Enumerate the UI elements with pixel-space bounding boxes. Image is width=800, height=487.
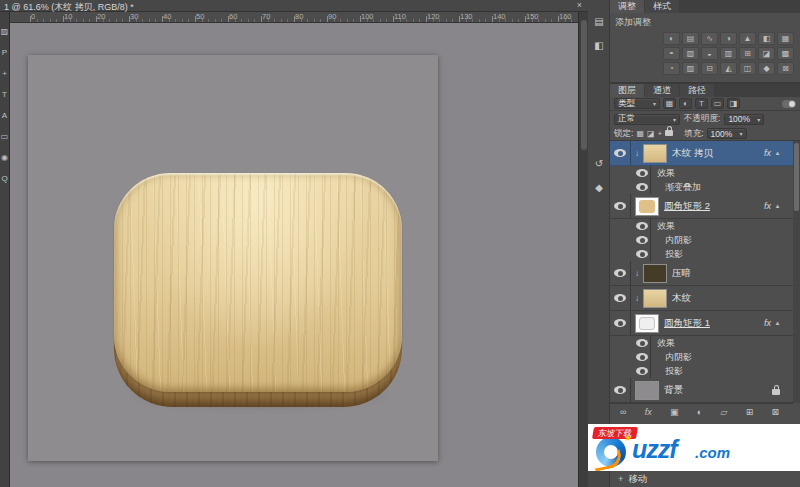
link-layers-icon[interactable]: ∞ [620,407,626,417]
new-adjustment-layer-icon[interactable]: ◐ [697,407,702,417]
filter-toggle-switch[interactable] [782,100,796,108]
shape-tool-icon[interactable]: ▭ [1,133,9,141]
effect-inner-shadow-row[interactable]: 内阴影 [610,233,793,247]
adjustment-icon[interactable]: ▤ [682,32,699,45]
tab-layers[interactable]: 图层 [610,84,644,97]
adjustment-icon[interactable]: ⊞ [739,47,756,60]
adjustment-icon[interactable]: ▧ [682,47,699,60]
visibility-eye-icon[interactable] [610,311,631,335]
adjustment-icon[interactable]: ◫ [739,62,756,75]
type-tool-icon[interactable]: T [2,91,7,99]
tool-icon[interactable]: P [2,49,7,57]
adjustment-icon[interactable]: ∿ [701,32,718,45]
effect-gradient-overlay-row[interactable]: 渐变叠加 [610,180,793,194]
adjustment-icon[interactable]: ◭ [720,62,737,75]
lock-position-icon[interactable]: + [658,129,663,138]
fill-value-dropdown[interactable]: 100% ▾ [707,128,747,139]
new-layer-icon[interactable]: ⊞ [746,407,754,417]
add-layer-mask-icon[interactable]: ▣ [670,407,679,417]
canvas-area[interactable] [10,23,578,487]
layer-thumbnail[interactable] [635,381,659,400]
opacity-value-dropdown[interactable]: 100% ▾ [724,114,764,125]
effects-row[interactable]: 效果 [610,219,793,233]
fx-badge[interactable]: fx [764,318,771,328]
horizontal-ruler[interactable]: 0 10 20 30 40 50 60 70 80 90 100 110 120… [10,12,588,23]
adjustment-icon[interactable]: ▦ [777,32,794,45]
history-panel-icon[interactable]: ↺ [588,158,610,169]
tool-icon[interactable]: ▨ [1,28,9,36]
collapsed-panel-icon[interactable]: ◆ [588,182,610,193]
layer-row-wood-copy[interactable]: ↓ 木纹 拷贝 fx ▴ [610,141,793,166]
visibility-eye-icon[interactable] [634,219,651,233]
layer-name[interactable]: 圆角矩形 1 [664,317,710,330]
layer-name[interactable]: 木纹 [672,292,691,305]
layer-row-background[interactable]: 背景 [610,378,793,403]
filter-smart-object-icon[interactable]: ◨ [727,98,740,109]
lock-transparency-icon[interactable]: ▦ [636,129,644,138]
visibility-eye-icon[interactable] [634,364,651,378]
layer-name[interactable]: 压暗 [672,267,691,280]
fx-badge[interactable]: fx [764,201,771,211]
visibility-eye-icon[interactable] [610,286,631,310]
adjustment-icon[interactable]: ⊠ [777,62,794,75]
effect-drop-shadow-row[interactable]: 投影 [610,247,793,261]
fx-badge[interactable]: fx [764,148,771,158]
collapse-effects-icon[interactable]: ▴ [771,202,784,210]
layer-name[interactable]: 圆角矩形 2 [664,200,710,213]
effect-inner-shadow-row[interactable]: 内阴影 [610,350,793,364]
layer-name[interactable]: 背景 [664,384,683,397]
document-surface[interactable] [28,55,438,461]
filter-pixel-layers-icon[interactable]: ▦ [663,98,676,109]
scrollbar-thumb[interactable] [581,20,587,150]
path-selection-tool-icon[interactable]: A [2,112,7,120]
adjustment-icon[interactable]: ▥ [720,47,737,60]
visibility-eye-icon[interactable] [634,180,651,194]
adjustment-icon[interactable]: ◆ [758,62,775,75]
collapse-effects-icon[interactable]: ▴ [771,149,784,157]
layer-row-darken[interactable]: ↓ 压暗 [610,261,793,286]
visibility-eye-icon[interactable] [610,378,631,402]
layer-thumbnail[interactable] [635,314,659,333]
history-state-move[interactable]: + 移动 [610,471,800,487]
adjustment-icon[interactable]: ◧ [758,32,775,45]
collapsed-panel-icon[interactable]: ▤ [588,16,610,27]
adjustment-icon[interactable]: ◐ [663,32,680,45]
layer-row-rounded-rect-1[interactable]: 圆角矩形 1 fx ▴ [610,311,793,336]
lock-pixels-icon[interactable]: ◪ [647,129,655,138]
effect-drop-shadow-row[interactable]: 投影 [610,364,793,378]
layer-thumbnail[interactable] [643,264,667,283]
visibility-eye-icon[interactable] [634,166,651,180]
tab-channels[interactable]: 通道 [645,84,679,97]
filter-adjustment-layers-icon[interactable]: ◐ [679,98,692,109]
visibility-eye-icon[interactable] [610,261,631,285]
lock-all-icon[interactable] [665,129,673,138]
layer-thumbnail[interactable] [643,144,667,163]
new-group-icon[interactable]: ▱ [720,407,727,417]
adjustment-icon[interactable]: ◔ [663,62,680,75]
effects-row[interactable]: 效果 [610,166,793,180]
adjustment-icon[interactable]: ▨ [682,62,699,75]
tool-icon[interactable]: + [2,70,7,78]
adjustment-icon[interactable]: ◓ [663,47,680,60]
layer-thumbnail[interactable] [643,289,667,308]
filter-kind-dropdown[interactable]: 类型 ▾ [614,98,660,109]
adjustment-icon[interactable]: ▲ [739,32,756,45]
layer-thumbnail[interactable] [635,197,659,216]
effects-row[interactable]: 效果 [610,336,793,350]
add-layer-style-icon[interactable]: fx [645,407,652,417]
adjustment-icon[interactable]: ▩ [777,47,794,60]
layer-row-rounded-rect-2[interactable]: 圆角矩形 2 fx ▴ [610,194,793,219]
canvas-scrollbar[interactable] [578,12,588,487]
delete-layer-icon[interactable]: ⊠ [771,407,779,417]
visibility-eye-icon[interactable] [634,336,651,350]
hand-tool-icon[interactable]: ◉ [1,154,8,162]
filter-type-layers-icon[interactable]: T [695,98,708,109]
collapse-effects-icon[interactable]: ▴ [771,319,784,327]
adjustment-icon[interactable]: ◑ [720,32,737,45]
visibility-eye-icon[interactable] [634,247,651,261]
adjustment-icon[interactable]: ◪ [758,47,775,60]
layers-scrollbar[interactable] [793,141,800,403]
tab-adjustments[interactable]: 调整 [610,0,644,13]
tab-paths[interactable]: 路径 [680,84,714,97]
tab-styles[interactable]: 样式 [645,0,679,13]
